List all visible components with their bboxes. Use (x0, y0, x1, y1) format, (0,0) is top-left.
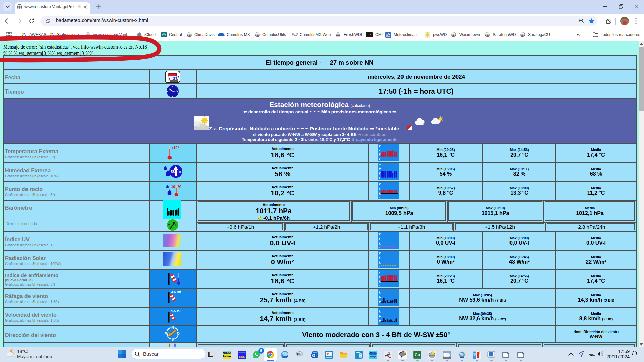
svg-text:°C: °C (178, 185, 181, 189)
svg-text:Cu: Cu (415, 353, 420, 357)
svg-text:31: 31 (172, 75, 178, 81)
svg-text:NOAA: NOAA (223, 351, 231, 355)
svg-text:+10: +10 (169, 185, 175, 189)
svg-text:%: % (179, 170, 182, 174)
svg-text:O: O (177, 331, 180, 335)
svg-text:T: T (168, 224, 170, 227)
svg-text:4-5 Bft: 4-5 Bft (171, 290, 181, 294)
svg-text:+19°: +19° (171, 146, 179, 150)
svg-text:W: W (165, 331, 168, 335)
svg-text:VVP: VVP (370, 355, 376, 358)
svg-text:58: 58 (171, 170, 175, 174)
svg-text:S: S (171, 337, 174, 341)
svg-text:O: O (312, 353, 315, 358)
svg-text:N: N (171, 326, 174, 329)
svg-text:H: H (175, 224, 178, 227)
svg-text:3-4- Bft: 3-4- Bft (171, 309, 182, 313)
svg-text:Tables: Tables (223, 355, 231, 358)
svg-text:SQL: SQL (239, 355, 245, 358)
svg-text:❄: ❄ (473, 353, 476, 357)
svg-text:Cumulus: Cumulus (238, 351, 246, 353)
